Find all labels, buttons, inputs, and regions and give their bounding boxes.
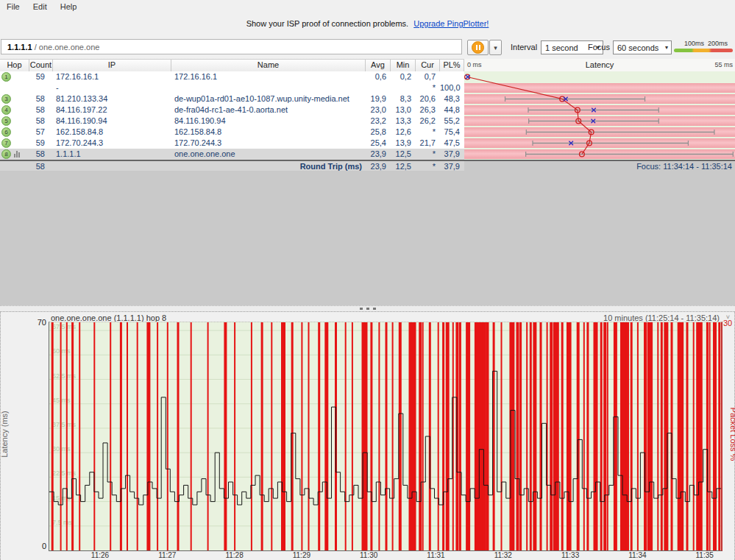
hop-number-badge: 7 [1,138,11,148]
cell-pl: 37,9 [440,149,464,160]
menu-help[interactable]: Help [54,1,84,13]
column-header-name[interactable]: Name [171,60,366,71]
cell-ip: 172.16.16.1 [53,71,171,82]
hop-row-4[interactable]: 45884.116.197.22de-fra04d-rc1-ae-41-0.ao… [0,104,464,116]
cell-pl: 55,2 [440,116,464,127]
cell-hop: 8 [0,149,29,160]
timeline-svg: 7.5 ms15 ms22.5 ms30 ms37.5 ms45 ms52.5 … [49,322,721,550]
column-header-hop[interactable]: Hop [0,60,29,71]
column-header-cur[interactable]: Cur [416,60,440,71]
cell-cur: 20,6 [416,93,440,104]
cell-count: 59 [29,71,53,82]
target-input[interactable]: 1.1.1.1 / one.one.one.one [1,39,462,54]
y-axis-max-label: 70 [30,318,46,327]
focus-select[interactable]: 60 seconds ▾ [613,40,672,54]
hop-row-5[interactable]: 55884.116.190.9484.116.190.9423,213,326,… [0,116,464,127]
hop-graph-title: Latency [464,60,735,69]
footer-cell-cur: * [416,161,440,171]
cell-cur: * [416,82,440,93]
cell-name [171,82,366,93]
focus-range-strip: Focus: 11:34:14 - 11:35:14 [464,160,735,171]
cell-count: 59 [29,138,53,149]
focus-label: Focus [588,43,610,52]
menu-file[interactable]: File [0,1,26,13]
x-tick-label: 11:35 [692,551,717,559]
latency-gradient-bar [674,49,733,52]
cell-count: 58 [29,93,53,104]
column-header-ip[interactable]: IP [53,60,171,71]
cell-count: 58 [29,149,53,160]
cell-hop: 5 [0,116,29,127]
hop-number-badge: 4 [1,105,11,115]
cell-pl: 47,5 [440,138,464,149]
scale-200ms-label: 200ms [708,40,728,47]
cell-min: 12,6 [391,127,416,138]
cell-avg: 25,4 [366,138,391,149]
cell-min: 13,0 [391,104,416,116]
cell-cur: * [416,127,440,138]
cell-avg: 23,9 [366,149,391,160]
scale-100ms-label: 100ms [684,40,704,47]
hop-row-6[interactable]: 657162.158.84.8162.158.84.825,812,6*75,4 [0,127,464,138]
cell-cur: 26,3 [416,104,440,116]
round-trip-row[interactable]: 58Round Trip (ms)23,912,5*37,9 [0,160,464,171]
focus-range-text: Focus: 11:34:14 - 11:35:14 [636,162,732,171]
x-tick-label: 11:34 [625,551,650,559]
hop-row-7[interactable]: 759172.70.244.3172.70.244.325,413,921,74… [0,138,464,149]
cell-min: 8,3 [391,93,416,104]
cell-name: 172.16.16.1 [171,71,366,82]
hop-row-2[interactable]: -*100,0 [0,82,464,93]
hop-graph-header: 0 ms Latency 55 ms [464,59,735,72]
chevron-down-icon: ▾ [665,44,668,51]
target-address: 1.1.1.1 [7,43,32,52]
latency-color-scale: 100ms 200ms [674,40,733,54]
column-header-count[interactable]: Count [29,60,53,71]
cell-cur: * [416,149,440,160]
upgrade-pingplotter-link[interactable]: Upgrade PingPlotter! [413,19,489,28]
hop-number-badge: 1 [1,72,11,82]
x-tick-label: 11:26 [88,551,113,559]
column-header-pl[interactable]: PL% [440,60,464,71]
cell-min: 13,3 [391,116,416,127]
y-axis-title: Latency (ms) [0,411,9,458]
hop-graph-markers [464,71,735,160]
cell-hop [0,82,29,93]
upgrade-banner: Show your ISP proof of connection proble… [0,19,735,28]
cell-ip: 172.70.244.3 [53,138,171,149]
hop-row-1[interactable]: 159172.16.16.1172.16.16.10,60,20,7 [0,71,464,82]
timeline-plot[interactable]: 7.5 ms15 ms22.5 ms30 ms37.5 ms45 ms52.5 … [49,322,722,551]
pause-button[interactable] [467,40,489,55]
cell-cur: 21,7 [416,138,440,149]
pingplotter-window: File Edit Help Show your ISP proof of co… [0,0,735,560]
chevron-down-icon: ▾ [494,44,497,52]
menu-edit[interactable]: Edit [26,1,54,13]
hop-number-badge: 6 [1,127,11,137]
column-header-avg[interactable]: Avg [366,60,391,71]
cell-hop: 3 [0,93,29,104]
cell-min [391,82,416,93]
cell-avg: 0,6 [366,71,391,82]
pause-dropdown-button[interactable]: ▾ [489,40,502,55]
hop-row-8[interactable]: 8581.1.1.1one.one.one.one23,912,5*37,9 [0,149,464,160]
cell-count: 58 [29,104,53,116]
y2-axis-title: Packet Loss % [729,408,735,461]
focus-value: 60 seconds [617,43,658,52]
cell-ip: 84.116.190.94 [53,116,171,127]
round-trip-label: Round Trip (ms) [171,161,366,171]
x-tick-label: 11:29 [289,551,314,559]
y2-axis-max-label: 30 [723,319,732,327]
cell-hop: 1 [0,71,29,82]
x-tick-label: 11:30 [356,551,381,559]
cell-ip: 84.116.197.22 [53,104,171,116]
panel-splitter[interactable] [0,305,735,312]
cell-ip: - [53,82,171,93]
cell-name: 84.116.190.94 [171,116,366,127]
hop-row-3[interactable]: 35881.210.133.34de-wup01a-rd01-ae10-1087… [0,93,464,104]
cell-count: 58 [29,116,53,127]
cell-pl: 100,0 [440,82,464,93]
footer-cell-pl: 37,9 [440,161,464,171]
column-header-min[interactable]: Min [391,60,416,71]
hop-latency-graph[interactable] [464,71,735,160]
banner-text: Show your ISP proof of connection proble… [246,19,409,28]
empty-gray-region [0,171,735,305]
